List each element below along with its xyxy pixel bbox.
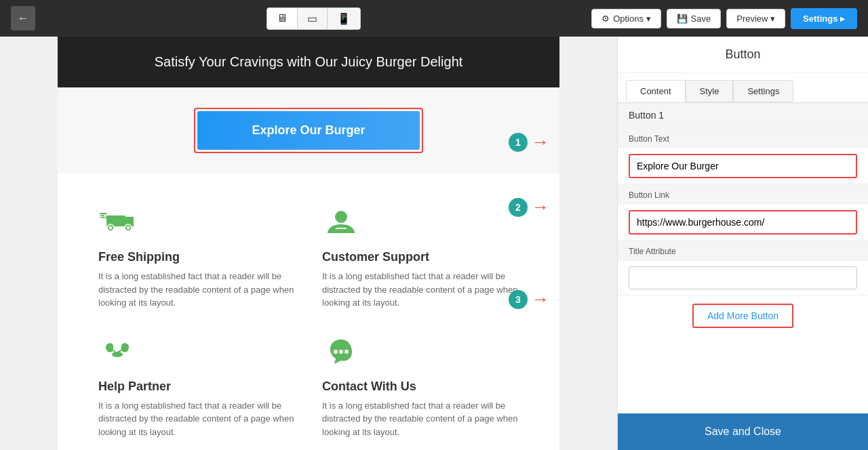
- add-more-label: Add More Button: [707, 310, 778, 321]
- hero-banner: Satisfy Your Cravings with Our Juicy Bur…: [58, 37, 559, 87]
- tabs: Content Style Settings: [618, 73, 868, 103]
- tab-style[interactable]: Style: [686, 80, 734, 102]
- preview-content: Satisfy Your Cravings with Our Juicy Bur…: [58, 37, 559, 450]
- add-more-button[interactable]: Add More Button: [692, 304, 793, 328]
- right-panel: Button Content Style Settings Button 1 B…: [617, 37, 868, 450]
- options-icon: ⚙: [601, 14, 610, 24]
- options-button[interactable]: ⚙ ⚙ Options ▾ Options ▾: [591, 9, 660, 28]
- svg-point-12: [339, 350, 343, 354]
- explore-btn-wrapper: Explore Our Burger: [194, 108, 422, 153]
- back-icon: ←: [18, 12, 28, 24]
- explore-btn-label: Explore Our Burger: [252, 123, 365, 137]
- svg-rect-9: [336, 228, 347, 229]
- feature-free-shipping: FREE Free Shipping It is a long establis…: [85, 194, 309, 323]
- add-more-button-wrapper: Add More Button: [618, 295, 868, 336]
- help-partner-title: Help Partner: [98, 380, 295, 394]
- back-button[interactable]: ←: [11, 6, 35, 30]
- toolbar-right: ⚙ ⚙ Options ▾ Options ▾ 💾 Save Preview ▾…: [591, 8, 857, 29]
- hero-text: Satisfy Your Cravings with Our Juicy Bur…: [155, 54, 463, 69]
- save-close-label: Save and Close: [705, 426, 781, 437]
- settings-button[interactable]: Settings ▸: [791, 8, 857, 29]
- features-grid: FREE Free Shipping It is a long establis…: [58, 173, 559, 450]
- tablet-view-button[interactable]: ▭: [298, 8, 328, 29]
- svg-point-10: [112, 352, 123, 357]
- toolbar-center: 🖥 ▭ 📱: [267, 7, 361, 30]
- explore-our-burger-button[interactable]: Explore Our Burger: [197, 111, 419, 150]
- customer-support-icon: [322, 207, 519, 243]
- button-text-label: Button Text: [629, 134, 669, 144]
- tab-settings[interactable]: Settings: [733, 80, 793, 102]
- feature-help-partner: Help Partner It is a long established fa…: [85, 323, 309, 451]
- contact-desc: It is a long established fact that a rea…: [322, 399, 519, 439]
- contact-title: Contact With Us: [322, 380, 519, 394]
- tab-content[interactable]: Content: [626, 80, 686, 102]
- desktop-view-button[interactable]: 🖥: [267, 8, 298, 29]
- free-shipping-desc: It is a long established fact that a rea…: [98, 270, 295, 310]
- svg-point-7: [127, 226, 130, 230]
- button-text-input[interactable]: [629, 154, 857, 178]
- preview-area: Satisfy Your Cravings with Our Juicy Bur…: [0, 37, 617, 450]
- toolbar: ← 🖥 ▭ 📱 ⚙ ⚙ Options ▾ Options ▾ 💾 Save P…: [0, 0, 868, 37]
- help-partner-desc: It is a long established fact that a rea…: [98, 399, 295, 439]
- toolbar-left: ←: [11, 6, 35, 30]
- explore-section: Explore Our Burger: [58, 87, 559, 173]
- button-link-field-wrapper: [618, 205, 868, 241]
- title-attribute-label: Title Attribute: [629, 247, 676, 256]
- save-button[interactable]: 💾 Save: [667, 9, 722, 28]
- free-shipping-icon: FREE: [98, 207, 295, 243]
- button-group-label: Button 1: [618, 103, 868, 128]
- title-attribute-field-wrapper: [618, 261, 868, 295]
- contact-icon: [322, 337, 519, 373]
- save-close-button[interactable]: Save and Close: [618, 413, 868, 450]
- free-shipping-title: Free Shipping: [98, 250, 295, 264]
- feature-contact: Contact With Us It is a long established…: [309, 323, 532, 451]
- customer-support-desc: It is a long established fact that a rea…: [322, 270, 519, 310]
- save-icon: 💾: [677, 14, 688, 24]
- panel-body: Button 1 Button Text Button Link Title A…: [618, 103, 868, 413]
- svg-point-13: [344, 350, 349, 354]
- mobile-view-button[interactable]: 📱: [328, 8, 360, 29]
- main-layout: Satisfy Your Cravings with Our Juicy Bur…: [0, 37, 868, 450]
- svg-point-8: [335, 211, 347, 223]
- svg-point-11: [334, 350, 338, 354]
- help-partner-icon: [98, 337, 295, 373]
- svg-point-5: [109, 226, 113, 230]
- customer-support-title: Customer Support: [322, 250, 519, 264]
- button-link-section-label: Button Link: [618, 184, 868, 205]
- button-link-input[interactable]: [629, 210, 857, 234]
- preview-button[interactable]: Preview ▾: [726, 9, 785, 28]
- device-btn-group: 🖥 ▭ 📱: [267, 7, 361, 30]
- button-text-field-wrapper: [618, 148, 868, 184]
- button-text-section-label: Button Text: [618, 128, 868, 148]
- title-attribute-section-label: Title Attribute: [618, 241, 868, 261]
- title-attribute-input[interactable]: [629, 266, 857, 289]
- feature-customer-support: Customer Support It is a long establishe…: [309, 194, 532, 323]
- button-link-label: Button Link: [629, 190, 669, 200]
- panel-title: Button: [618, 37, 868, 73]
